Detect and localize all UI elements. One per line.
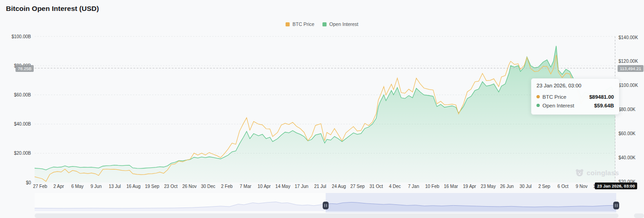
x-axis-tick-label: 31 Oct (369, 184, 383, 189)
bitcoin-open-interest-chart: Bitcoin Open Interest (USD) BTC PriceOpe… (0, 0, 644, 218)
right-axis-tick-label: $120.00K (618, 59, 638, 64)
x-axis-tick-label: 27 Feb (33, 184, 47, 189)
right-axis-tick-label: $140.00K (618, 35, 638, 40)
navigator-right-handle[interactable] (613, 202, 619, 209)
x-axis-tick-label: 19 Sep (145, 184, 159, 189)
crosshair-oi-badge: 78.25B (15, 65, 34, 72)
open-interest-area (35, 46, 615, 183)
right-axis-tick-label: $80.00K (618, 107, 636, 112)
tooltip-row: BTC Price$89481.00 (537, 92, 614, 101)
tooltip-series-value: $59.64B (594, 103, 614, 108)
left-axis-tick-label: $100.00B (11, 34, 31, 39)
x-axis-tick-label: 23 May (481, 184, 496, 189)
watermark-label: coinglass (587, 169, 619, 177)
x-axis-tick-label: 23 Oct (164, 184, 178, 189)
scrollbar-corner[interactable] (634, 213, 644, 218)
series-dot-icon (537, 95, 540, 98)
x-axis-tick-label: 30 Jul (520, 184, 532, 189)
right-axis-tick-label: $60.00K (618, 131, 636, 136)
tooltip-row: Open Interest$59.64B (537, 101, 614, 110)
navigator-selected-region[interactable] (326, 193, 616, 213)
tooltip-series-value: $89481.00 (589, 94, 614, 100)
x-axis-tick-label: 30 Dec (201, 184, 215, 189)
x-axis-tick-label: 7 Jan (408, 184, 419, 189)
coinglass-watermark: coinglass (575, 168, 619, 177)
x-axis-tick-label: 26 Nov (182, 184, 197, 189)
left-axis-tick-label: $0 (26, 180, 31, 185)
x-axis-tick-label: 26 Jun (500, 184, 514, 189)
x-axis-tick-label: 2 Apr (53, 184, 64, 189)
x-axis-tick-label: 16 Mar (444, 184, 458, 189)
tooltip-series-label: BTC Price (542, 94, 566, 100)
horizontal-scrollbar[interactable] (35, 213, 618, 218)
left-axis-tick-label: $20.00B (14, 151, 31, 156)
x-axis-tick-label: 19 Apr (463, 184, 477, 189)
x-axis-tick-label: 13 Jul (109, 184, 121, 189)
x-axis-tick-label: 4 Dec (389, 184, 401, 189)
x-axis-tick-label: 2 Sep (538, 184, 551, 189)
left-axis-tick-label: $60.00B (14, 92, 31, 97)
x-axis-tick-label: 21 Jul (314, 184, 327, 189)
x-axis-tick-label: 7 Mar (240, 184, 251, 189)
x-axis-tick-label: 10 Apr (258, 184, 271, 189)
navigator-left-handle[interactable] (323, 202, 329, 209)
navigator-unselected-region[interactable] (35, 193, 326, 213)
coinglass-logo-icon (575, 168, 584, 177)
tooltip-series-label: Open Interest (542, 103, 574, 108)
x-axis-tick-label: 6 Oct (557, 184, 568, 189)
x-axis-tick-label: 2 Feb (221, 184, 233, 189)
x-axis-tick-label: 9 Nov (576, 184, 588, 189)
x-axis-tick-label: 16 Aug (126, 184, 140, 189)
crosshair-date-badge: 23 Jan 2026, 03:00 (595, 183, 637, 189)
x-axis-tick-label: 10 Feb (425, 184, 440, 189)
left-axis-tick-label: $40.00B (14, 122, 31, 127)
x-axis-tick-label: 24 Aug (332, 184, 346, 189)
x-axis-tick-label: 17 Jun (295, 184, 308, 189)
right-axis-tick-label: $40.00K (618, 155, 636, 160)
tooltip-date: 23 Jan 2026, 03:00 (537, 83, 614, 88)
right-axis-tick-label: $100.00K (618, 83, 638, 88)
crosshair-price-badge: 113,494.21 (618, 65, 644, 72)
x-axis-tick-label: 6 May (71, 184, 83, 189)
x-axis-tick-label: 14 May (276, 184, 291, 189)
chart-tooltip: 23 Jan 2026, 03:00 BTC Price$89481.00Ope… (531, 78, 619, 115)
series-dot-icon (537, 104, 540, 107)
x-axis-tick-label: 9 Jun (91, 184, 102, 189)
x-axis-tick-label: 27 Sep (350, 184, 365, 189)
